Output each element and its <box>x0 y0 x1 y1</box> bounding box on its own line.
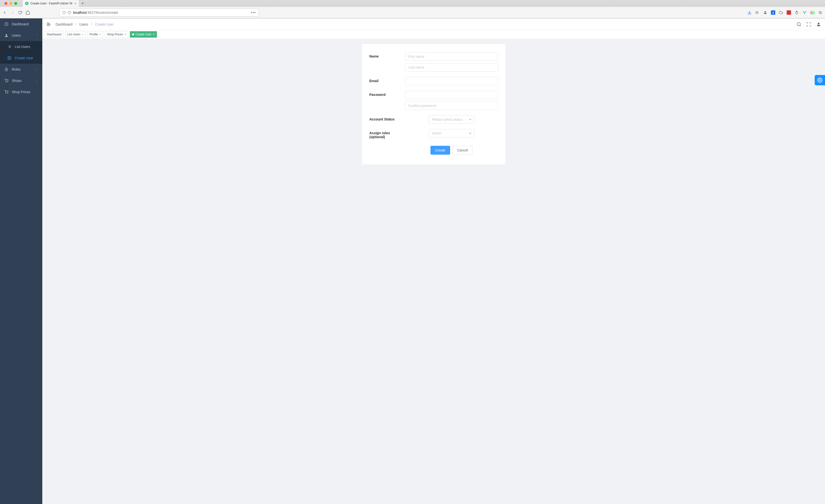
maximize-window-icon[interactable] <box>14 2 17 5</box>
info-icon[interactable] <box>68 11 71 14</box>
status-select[interactable]: Please select status <box>429 115 474 124</box>
tag-dashboard[interactable]: Dashboard <box>45 31 64 37</box>
tab-title: Create User - FastAPI Admin Te <box>30 2 73 5</box>
vue-icon[interactable] <box>802 10 807 15</box>
close-icon[interactable]: × <box>153 33 155 36</box>
breadcrumb-current: Create User <box>95 22 114 26</box>
select-placeholder: Please select status <box>432 117 463 121</box>
window-controls <box>2 2 20 5</box>
tab-strip: V Create User - FastAPI Admin Te × + <box>0 0 825 7</box>
sidebar-label: Dashboard <box>12 22 29 26</box>
confirm-password-input[interactable] <box>405 101 498 110</box>
minimize-window-icon[interactable] <box>9 2 12 5</box>
close-icon[interactable]: × <box>99 33 101 36</box>
svg-point-35 <box>818 23 820 24</box>
back-button[interactable] <box>2 10 7 15</box>
breadcrumb: Dashboard / Users / Create User <box>56 22 114 26</box>
tag-profile[interactable]: Profile× <box>87 31 103 37</box>
email-input[interactable] <box>405 77 498 85</box>
ext4-icon[interactable] <box>810 10 815 15</box>
roles-select[interactable]: Select <box>429 129 474 138</box>
close-window-icon[interactable] <box>4 2 7 5</box>
chevron-up-icon: ⌃ <box>36 34 38 37</box>
reload-button[interactable] <box>18 11 22 14</box>
dashboard-icon <box>4 22 8 26</box>
ext3-icon[interactable] <box>795 10 799 15</box>
sidebar-item-shops[interactable]: Shops ⌄ <box>0 75 42 86</box>
fullscreen-icon[interactable] <box>806 22 811 27</box>
sidebar-item-create-user[interactable]: Create User <box>0 52 42 64</box>
svg-point-29 <box>8 93 8 93</box>
breadcrumb-sep: / <box>91 22 92 26</box>
library-icon[interactable] <box>755 10 760 15</box>
shield-icon[interactable] <box>62 11 66 14</box>
url-text: localhost:9527/#/users/create <box>73 11 118 14</box>
close-icon[interactable]: × <box>125 33 126 36</box>
password-input[interactable] <box>405 91 498 99</box>
app-root: Dashboard Users ⌃ List Users Create User… <box>0 18 825 504</box>
settings-fab[interactable] <box>815 75 825 85</box>
cancel-button[interactable]: Cancel <box>453 146 473 155</box>
chevron-down-icon: ⌄ <box>36 79 38 82</box>
sidebar-item-roles[interactable]: Roles ⌄ <box>0 64 42 75</box>
sidebar-item-list-users[interactable]: List Users <box>0 41 42 52</box>
browser-tab[interactable]: V Create User - FastAPI Admin Te × <box>23 0 79 7</box>
sidebar-label: Users <box>12 33 21 37</box>
download-icon[interactable] <box>747 10 752 15</box>
list-icon <box>7 45 11 49</box>
first-name-input[interactable] <box>405 52 498 61</box>
search-icon[interactable] <box>797 22 801 27</box>
status-label: Account Status <box>369 115 405 124</box>
tag-create-user[interactable]: Create User× <box>130 31 157 37</box>
tags-view: Dashboard List Users× Profile× Shop Pric… <box>42 30 825 39</box>
breadcrumb-item[interactable]: Users <box>79 22 88 26</box>
breadcrumb-item[interactable]: Dashboard <box>56 22 73 26</box>
sidebar-item-dashboard[interactable]: Dashboard <box>0 18 42 30</box>
home-button[interactable] <box>25 10 30 15</box>
hamburger-icon[interactable] <box>46 22 51 27</box>
browser-menu-icon[interactable] <box>818 10 823 15</box>
chevron-down-icon: ⌄ <box>36 68 38 71</box>
extension-icons: 1 <box>747 10 823 15</box>
ext1-icon[interactable]: 1 <box>771 10 775 15</box>
top-actions <box>797 22 821 27</box>
sidebar-label: Roles <box>12 67 21 71</box>
cart-icon <box>4 79 8 83</box>
svg-point-7 <box>764 11 766 12</box>
sidebar: Dashboard Users ⌃ List Users Create User… <box>0 18 42 504</box>
forward-button[interactable] <box>10 10 15 15</box>
create-button[interactable]: Create <box>431 146 450 155</box>
sidebar-label: Shops <box>12 79 22 83</box>
tab-close-icon[interactable]: × <box>75 1 76 5</box>
cart-icon <box>4 90 8 94</box>
email-label: Email <box>369 77 405 85</box>
svg-rect-9 <box>796 12 798 14</box>
sidebar-item-users[interactable]: Users ⌃ <box>0 30 42 41</box>
last-name-input[interactable] <box>405 63 498 72</box>
roles-label: Assign roles (optional) <box>369 129 405 139</box>
sidebar-label: Create User <box>15 56 33 60</box>
sidebar-item-shop-prices[interactable]: Shop Prices <box>0 86 42 98</box>
svg-rect-25 <box>5 69 7 71</box>
tag-label: Shop Prices <box>107 33 123 36</box>
tag-label: Create User <box>136 33 152 36</box>
url-bar[interactable]: localhost:9527/#/users/create ••• <box>60 9 259 16</box>
lock-icon <box>4 67 8 71</box>
account-icon[interactable] <box>763 10 767 15</box>
tag-shop-prices[interactable]: Shop Prices× <box>105 31 128 37</box>
breadcrumb-sep: / <box>75 22 76 26</box>
form-card: Name Email Password <box>362 44 506 165</box>
close-icon[interactable]: × <box>82 33 84 36</box>
new-tab-button[interactable]: + <box>81 1 84 6</box>
svg-point-33 <box>797 22 801 25</box>
ext2-icon[interactable] <box>786 10 791 15</box>
sidebar-label: List Users <box>15 45 30 49</box>
tag-list-users[interactable]: List Users× <box>65 31 86 37</box>
svg-point-14 <box>6 34 7 35</box>
tag-label: Dashboard <box>47 33 62 36</box>
topbar: Dashboard / Users / Create User <box>42 18 825 30</box>
profile-icon[interactable] <box>816 22 821 27</box>
page-actions-icon[interactable]: ••• <box>251 11 256 14</box>
cloud-icon[interactable] <box>779 10 783 15</box>
nav-buttons <box>2 10 30 15</box>
